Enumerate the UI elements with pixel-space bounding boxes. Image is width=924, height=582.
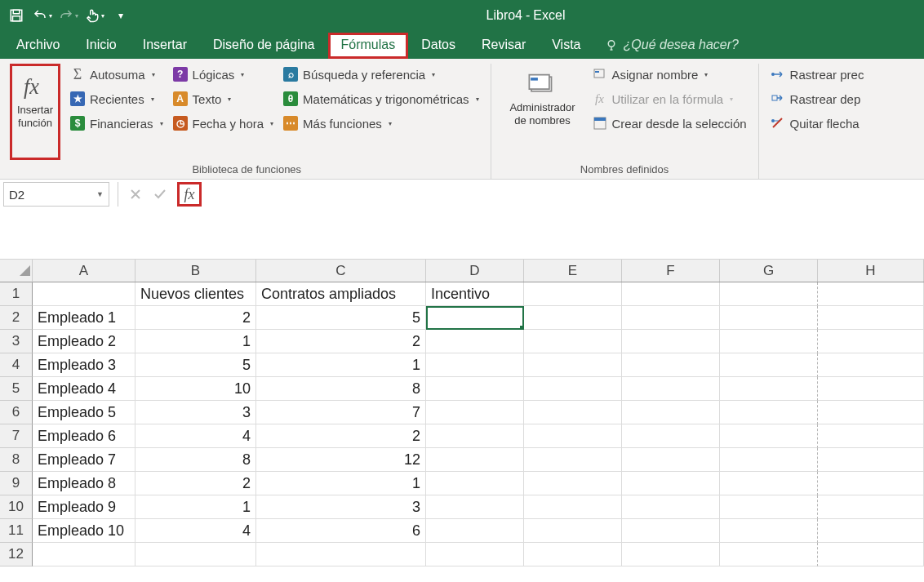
tell-me-search[interactable]: ¿Qué desea hacer? <box>594 33 749 59</box>
cell-B3[interactable]: 1 <box>135 330 256 353</box>
cell-H8[interactable] <box>818 448 924 472</box>
cell-D11[interactable] <box>426 519 524 543</box>
math-trig-button[interactable]: θMatemáticas y trigonométricas▾ <box>282 90 480 108</box>
cell-F8[interactable] <box>622 448 720 472</box>
name-manager-button[interactable]: Administrador de nombres <box>498 64 588 160</box>
row-header-8[interactable]: 8 <box>0 448 33 472</box>
cell-D3[interactable] <box>426 330 524 353</box>
name-box[interactable]: D2 ▼ <box>3 182 109 207</box>
autosum-button[interactable]: ΣAutosuma▾ <box>69 65 165 83</box>
cell-G1[interactable] <box>720 282 818 306</box>
cell-G12[interactable] <box>720 543 818 566</box>
cell-E7[interactable] <box>524 424 622 448</box>
cell-C7[interactable]: 2 <box>256 424 426 448</box>
trace-precedents-button[interactable]: Rastrear prec <box>769 65 866 83</box>
row-header-3[interactable]: 3 <box>0 330 33 353</box>
row-header-4[interactable]: 4 <box>0 353 33 377</box>
formula-input[interactable] <box>202 180 924 259</box>
cell-G10[interactable] <box>720 495 818 519</box>
cell-E10[interactable] <box>524 495 622 519</box>
cell-F10[interactable] <box>622 495 720 519</box>
col-header-G[interactable]: G <box>720 260 818 282</box>
recently-used-button[interactable]: ★Recientes▾ <box>69 90 165 108</box>
cell-B9[interactable]: 2 <box>135 472 256 495</box>
cell-F5[interactable] <box>622 377 720 401</box>
cell-E12[interactable] <box>524 543 622 566</box>
cell-C1[interactable]: Contratos ampliados <box>256 282 426 306</box>
save-button[interactable] <box>5 4 28 27</box>
logical-button[interactable]: ?Lógicas▾ <box>171 65 276 83</box>
more-functions-button[interactable]: ⋯Más funciones▾ <box>282 114 480 132</box>
col-header-D[interactable]: D <box>426 260 524 282</box>
cell-E2[interactable] <box>524 306 622 330</box>
cell-G9[interactable] <box>720 472 818 495</box>
cell-A1[interactable] <box>33 282 135 306</box>
cell-B1[interactable]: Nuevos clientes <box>135 282 256 306</box>
cell-D12[interactable] <box>426 543 524 566</box>
cell-E3[interactable] <box>524 330 622 353</box>
cell-H10[interactable] <box>818 495 924 519</box>
col-header-F[interactable]: F <box>622 260 720 282</box>
cell-G2[interactable] <box>720 306 818 330</box>
cell-C8[interactable]: 12 <box>256 448 426 472</box>
cell-A10[interactable]: Empleado 9 <box>33 495 135 519</box>
cell-E6[interactable] <box>524 401 622 424</box>
cell-A7[interactable]: Empleado 6 <box>33 424 135 448</box>
trace-dependents-button[interactable]: Rastrear dep <box>769 90 866 108</box>
cell-C11[interactable]: 6 <box>256 519 426 543</box>
cells-area[interactable]: Nuevos clientesContratos ampliadosIncent… <box>33 282 924 566</box>
row-header-5[interactable]: 5 <box>0 377 33 401</box>
cell-B6[interactable]: 3 <box>135 401 256 424</box>
cell-B12[interactable] <box>135 543 256 566</box>
cell-H6[interactable] <box>818 401 924 424</box>
define-name-button[interactable]: Asignar nombre▾ <box>591 65 749 83</box>
cell-G8[interactable] <box>720 448 818 472</box>
col-header-E[interactable]: E <box>524 260 622 282</box>
cell-H2[interactable] <box>818 306 924 330</box>
cell-D10[interactable] <box>426 495 524 519</box>
tab-formulas[interactable]: Fórmulas <box>328 33 409 59</box>
cell-E4[interactable] <box>524 353 622 377</box>
cell-E11[interactable] <box>524 519 622 543</box>
cell-D2[interactable] <box>426 306 524 330</box>
cell-H3[interactable] <box>818 330 924 353</box>
enter-formula-button[interactable] <box>148 182 172 207</box>
cell-G7[interactable] <box>720 424 818 448</box>
remove-arrows-button[interactable]: Quitar flecha <box>769 114 866 132</box>
cell-H5[interactable] <box>818 377 924 401</box>
tab-revisar[interactable]: Revisar <box>469 33 539 59</box>
touch-mode-button[interactable]: ▾ <box>83 4 106 27</box>
cell-D5[interactable] <box>426 377 524 401</box>
cell-C2[interactable]: 5 <box>256 306 426 330</box>
cell-D9[interactable] <box>426 472 524 495</box>
cell-F6[interactable] <box>622 401 720 424</box>
col-header-C[interactable]: C <box>256 260 426 282</box>
tab-inicio[interactable]: Inicio <box>73 33 129 59</box>
row-header-12[interactable]: 12 <box>0 543 33 566</box>
cell-H7[interactable] <box>818 424 924 448</box>
cell-B5[interactable]: 10 <box>135 377 256 401</box>
cell-D1[interactable]: Incentivo <box>426 282 524 306</box>
cell-F11[interactable] <box>622 519 720 543</box>
customize-qat-button[interactable]: ▾ <box>109 4 132 27</box>
fx-button[interactable]: fx <box>177 182 202 207</box>
date-time-button[interactable]: ◷Fecha y hora▾ <box>171 114 276 132</box>
cell-A6[interactable]: Empleado 5 <box>33 401 135 424</box>
cell-B4[interactable]: 5 <box>135 353 256 377</box>
cell-A12[interactable] <box>33 543 135 566</box>
row-header-6[interactable]: 6 <box>0 401 33 424</box>
create-from-selection-button[interactable]: Crear desde la selección <box>591 114 749 132</box>
cell-E1[interactable] <box>524 282 622 306</box>
row-header-2[interactable]: 2 <box>0 306 33 330</box>
undo-button[interactable]: ▾ <box>31 4 54 27</box>
cell-A5[interactable]: Empleado 4 <box>33 377 135 401</box>
cell-E8[interactable] <box>524 448 622 472</box>
cell-D6[interactable] <box>426 401 524 424</box>
cell-C10[interactable]: 3 <box>256 495 426 519</box>
insert-function-button[interactable]: fx Insertar función <box>10 64 60 160</box>
cell-B8[interactable]: 8 <box>135 448 256 472</box>
cell-A11[interactable]: Empleado 10 <box>33 519 135 543</box>
cancel-formula-button[interactable] <box>123 182 148 207</box>
row-header-11[interactable]: 11 <box>0 519 33 543</box>
cell-C9[interactable]: 1 <box>256 472 426 495</box>
